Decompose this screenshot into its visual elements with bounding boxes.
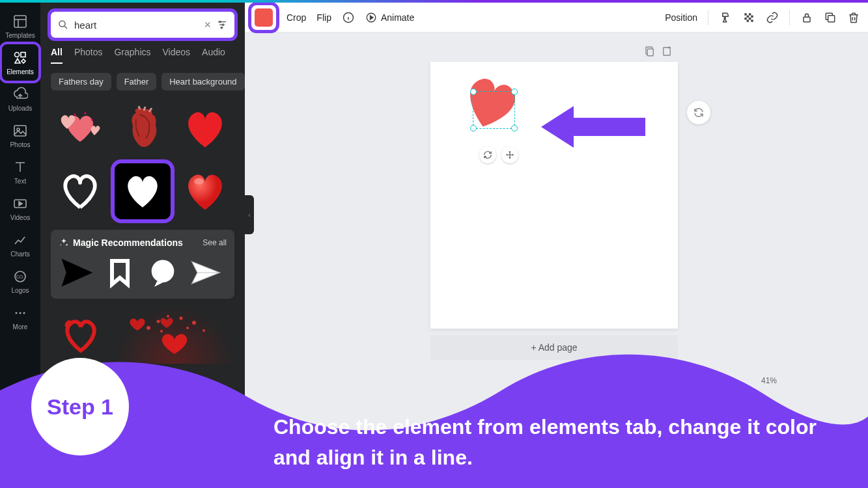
tab-audio[interactable]: Audio bbox=[202, 47, 225, 64]
rail-item-photos[interactable]: Photos bbox=[2, 117, 38, 154]
clear-search-button[interactable]: × bbox=[204, 18, 211, 32]
rail-item-templates[interactable]: Templates bbox=[2, 8, 38, 44]
svg-point-13 bbox=[222, 24, 223, 25]
rotate-icon bbox=[483, 150, 492, 159]
regenerate-button[interactable] bbox=[687, 101, 710, 124]
rail-label: Charts bbox=[10, 251, 29, 258]
rail-item-videos[interactable]: Videos bbox=[2, 190, 38, 226]
svg-rect-30 bbox=[744, 13, 746, 15]
element-color-swatch[interactable] bbox=[255, 8, 273, 27]
result-heart-outline[interactable] bbox=[51, 162, 109, 221]
resize-handle[interactable] bbox=[470, 125, 477, 131]
svg-point-23 bbox=[180, 317, 183, 320]
svg-rect-38 bbox=[804, 17, 810, 21]
charts-icon bbox=[12, 232, 28, 248]
move-handle[interactable] bbox=[501, 146, 518, 163]
result-hearts-pink[interactable] bbox=[51, 100, 109, 158]
result-white-heart-selected[interactable] bbox=[113, 162, 172, 221]
rail-item-text[interactable]: Text bbox=[2, 154, 38, 190]
rail-item-charts[interactable]: Charts bbox=[2, 226, 38, 263]
delete-icon[interactable] bbox=[847, 11, 860, 24]
magic-title: Magic Recommendations bbox=[59, 237, 183, 248]
white-heart-icon bbox=[118, 167, 167, 216]
svg-point-19 bbox=[152, 260, 175, 283]
lock-icon[interactable] bbox=[800, 11, 813, 24]
add-page-button[interactable]: + Add page bbox=[430, 335, 678, 360]
rail-label: Videos bbox=[10, 214, 30, 221]
search-input[interactable] bbox=[74, 20, 199, 31]
result-red-heart[interactable] bbox=[176, 100, 234, 158]
zoom-level[interactable]: 41% bbox=[761, 376, 777, 385]
logos-icon: CO. bbox=[12, 269, 28, 284]
svg-point-10 bbox=[23, 312, 25, 314]
chip[interactable]: Father bbox=[117, 73, 157, 90]
templates-icon bbox=[12, 14, 28, 29]
svg-rect-33 bbox=[751, 15, 753, 17]
result-anatomical-heart[interactable] bbox=[113, 100, 172, 158]
rail-item-elements[interactable]: Elements bbox=[2, 44, 38, 81]
magic-item-paperplane-filled[interactable] bbox=[59, 254, 95, 291]
animate-icon bbox=[365, 12, 377, 23]
tab-photos[interactable]: Photos bbox=[74, 47, 103, 64]
svg-rect-40 bbox=[647, 49, 653, 56]
rail-item-logos[interactable]: CO. Logos bbox=[2, 263, 38, 299]
flip-button[interactable]: Flip bbox=[316, 12, 331, 23]
svg-rect-37 bbox=[751, 20, 753, 21]
svg-point-8 bbox=[16, 312, 18, 314]
sparkle-icon bbox=[59, 237, 69, 248]
magic-item-bookmark[interactable] bbox=[102, 254, 138, 291]
svg-point-22 bbox=[167, 315, 169, 318]
result-glossy-heart[interactable] bbox=[176, 162, 234, 221]
result-ribbon-heart[interactable] bbox=[51, 305, 111, 364]
rail-label: Photos bbox=[10, 141, 30, 148]
elements-icon bbox=[12, 50, 28, 66]
tab-graphics[interactable]: Graphics bbox=[114, 47, 150, 64]
rotate-handle[interactable] bbox=[479, 146, 496, 163]
resize-handle[interactable] bbox=[470, 88, 477, 95]
rail-label: Uploads bbox=[8, 105, 33, 112]
svg-point-17 bbox=[91, 119, 93, 121]
tab-videos[interactable]: Videos bbox=[163, 47, 191, 64]
svg-rect-34 bbox=[744, 18, 746, 20]
context-toolbar: Crop Flip Animate Position bbox=[245, 3, 868, 33]
rail-item-uploads[interactable]: Uploads bbox=[2, 81, 38, 117]
svg-rect-41 bbox=[664, 47, 671, 55]
resize-handle[interactable] bbox=[511, 125, 518, 131]
magic-item-speech[interactable] bbox=[145, 254, 181, 291]
result-heart-pile[interactable] bbox=[115, 305, 234, 364]
duplicate-page-icon[interactable] bbox=[644, 46, 656, 57]
chip[interactable]: Fathers day bbox=[51, 73, 111, 90]
bookmark-icon bbox=[104, 257, 135, 288]
hearts-graphic-icon bbox=[54, 103, 106, 155]
tab-all[interactable]: All bbox=[51, 47, 63, 64]
add-page-icon[interactable] bbox=[661, 46, 673, 57]
crop-button[interactable]: Crop bbox=[287, 12, 306, 23]
videos-icon bbox=[12, 196, 28, 211]
info-icon[interactable] bbox=[342, 11, 355, 24]
svg-point-11 bbox=[59, 21, 65, 27]
duplicate-icon[interactable] bbox=[824, 11, 837, 24]
filter-icon[interactable] bbox=[216, 19, 228, 31]
position-button[interactable]: Position bbox=[665, 12, 697, 23]
rail-label: Elements bbox=[7, 68, 34, 75]
refresh-icon bbox=[693, 107, 705, 118]
step-label: Step 1 bbox=[47, 394, 113, 420]
toolbar-divider bbox=[708, 10, 708, 25]
rail-item-more[interactable]: More bbox=[2, 299, 38, 336]
link-icon[interactable] bbox=[766, 11, 779, 24]
chip[interactable]: Heart background bbox=[161, 73, 244, 90]
rail-label: Logos bbox=[11, 287, 29, 294]
transparency-icon[interactable] bbox=[742, 11, 755, 24]
svg-point-27 bbox=[160, 330, 163, 332]
copy-style-icon[interactable] bbox=[719, 11, 732, 24]
magic-item-paperplane-outline[interactable] bbox=[188, 254, 224, 291]
svg-rect-3 bbox=[14, 126, 26, 136]
panel-collapse-handle[interactable]: ‹ bbox=[245, 195, 254, 234]
magic-see-all[interactable]: See all bbox=[203, 238, 227, 247]
svg-rect-32 bbox=[747, 15, 749, 17]
selection-box[interactable] bbox=[473, 91, 515, 129]
anatomical-heart-icon bbox=[117, 103, 169, 155]
resize-handle[interactable] bbox=[511, 88, 518, 95]
animate-button[interactable]: Animate bbox=[365, 12, 414, 23]
search-box: × bbox=[51, 12, 234, 38]
